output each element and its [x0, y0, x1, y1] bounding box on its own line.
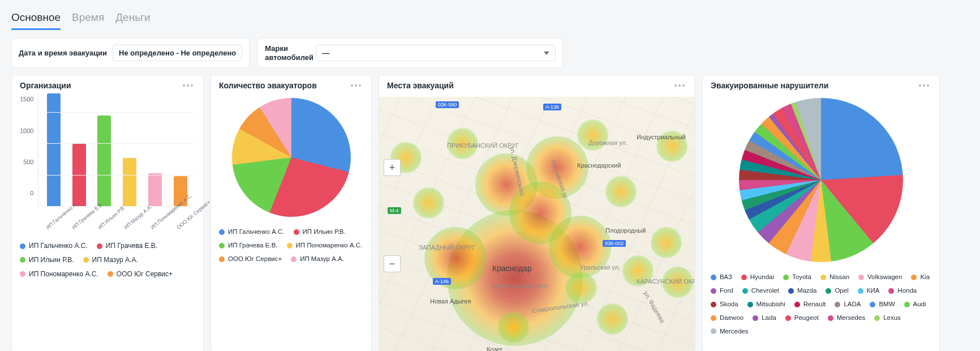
legend-item[interactable]: Lexus	[874, 312, 901, 324]
places-heatmap[interactable]: + − Краснодар ПРИКУБАНСКИЙ ОКРУГ ЗАПАДНЫ…	[379, 97, 695, 351]
map-district-label: ЦЕНТРАЛЬНЫЙ ОКРУГ	[492, 284, 549, 289]
card-towtrucks: Количество эвакуаторов ИП Гальченко А.С.…	[210, 75, 372, 351]
legend-swatch	[741, 275, 747, 280]
legend-label: Renault	[803, 298, 826, 311]
legend-item[interactable]: Ford	[711, 285, 733, 297]
map-zoom-out-button[interactable]: −	[384, 255, 401, 272]
legend-swatch	[904, 302, 910, 307]
filter-brands-select[interactable]: —	[322, 49, 329, 57]
road-shield: М-4	[388, 207, 401, 214]
card-places-menu[interactable]	[672, 82, 687, 89]
legend-item[interactable]: ИП Гальченко А.С.	[20, 239, 88, 252]
legend-label: ИП Грачева Е.В.	[228, 239, 278, 252]
legend-item[interactable]: ООО Юг Сервис+	[108, 268, 173, 281]
filter-date: Дата и время эвакуации Не определено - Н…	[11, 38, 250, 68]
legend-swatch	[294, 229, 299, 235]
bar[interactable]	[123, 158, 136, 207]
legend-swatch	[711, 302, 716, 307]
legend-item[interactable]: КИА	[858, 285, 880, 297]
tabs: Основное Время Деньги	[11, 9, 969, 30]
legend-item[interactable]: Nissan	[820, 271, 849, 284]
legend-item[interactable]: Kia	[911, 271, 930, 284]
legend-item[interactable]: ИП Гальченко А.С.	[219, 226, 285, 238]
legend-label: ООО Юг Сервис+	[228, 253, 282, 266]
legend-item[interactable]: Hyundai	[741, 271, 774, 284]
legend-label: Mersedes	[837, 312, 866, 324]
violators-pie-chart	[739, 98, 903, 262]
legend-item[interactable]: Audi	[904, 298, 926, 311]
legend-item[interactable]: Chevrolet	[742, 285, 779, 297]
tab-money[interactable]: Деньги	[115, 9, 150, 30]
legend-label: ИП Ильин Р.В.	[29, 254, 74, 267]
road-shield: А-146	[433, 278, 451, 285]
legend-item[interactable]: Mitsubishi	[747, 298, 785, 311]
legend-item[interactable]: Peugeot	[785, 312, 819, 324]
legend-label: Volkswagen	[867, 271, 902, 284]
legend-label: КИА	[867, 285, 880, 297]
legend-swatch	[711, 288, 716, 294]
road-shield: А-136	[543, 104, 561, 110]
legend-item[interactable]: Mazda	[788, 285, 817, 297]
legend-swatch	[97, 243, 102, 249]
legend-swatch	[291, 256, 296, 262]
card-violators-menu[interactable]	[917, 82, 931, 89]
chevron-down-icon	[544, 52, 549, 55]
card-orgs-menu[interactable]	[180, 82, 195, 89]
legend-item[interactable]: ИП Пономаренко А.С.	[20, 268, 98, 281]
legend-item[interactable]: ИП Пономаренко А.С.	[287, 239, 363, 252]
legend-swatch	[20, 257, 25, 263]
legend-item[interactable]: Mercedes	[711, 326, 749, 338]
dashboard-grid: Организации 150010005000 ИП Гальченко А……	[11, 75, 969, 351]
legend-label: Daewoo	[720, 312, 743, 324]
card-towtrucks-title: Количество эвакуаторов	[219, 81, 317, 90]
legend-swatch	[826, 288, 831, 294]
bar[interactable]	[47, 93, 61, 207]
map-place-label: Козет	[487, 346, 502, 351]
card-orgs-title: Организации	[20, 81, 71, 90]
legend-swatch	[742, 288, 748, 294]
legend-item[interactable]: Renault	[794, 298, 826, 311]
legend-item[interactable]: ООО Юг Сервис+	[219, 253, 282, 266]
legend-swatch	[785, 315, 791, 321]
legend-item[interactable]: Mersedes	[828, 312, 866, 324]
tab-main[interactable]: Основное	[11, 9, 61, 30]
legend-item[interactable]: Volkswagen	[858, 271, 902, 284]
card-towtrucks-menu[interactable]	[349, 82, 363, 89]
legend-label: Opel	[835, 285, 848, 297]
legend-item[interactable]: ИП Мазур А.А.	[83, 254, 138, 267]
legend-item[interactable]: ИП Ильин Р.В.	[20, 254, 74, 267]
x-axis-label: ИП Грачева Е.В.	[71, 210, 93, 230]
bar[interactable]	[148, 173, 162, 207]
legend-swatch	[828, 315, 833, 321]
tab-time[interactable]: Время	[72, 9, 104, 30]
filter-brands: Марки автомобилей —	[257, 38, 563, 68]
legend-item[interactable]: Daewoo	[711, 312, 743, 324]
legend-swatch	[747, 302, 753, 307]
map-place-label: Плодородный	[605, 227, 646, 234]
legend-swatch	[888, 288, 894, 294]
legend-item[interactable]: Toyota	[783, 271, 811, 284]
legend-item[interactable]: ИП Грачева Е.В.	[219, 239, 278, 252]
legend-swatch	[794, 302, 800, 307]
map-zoom-in-button[interactable]: +	[384, 159, 401, 176]
legend-label: ИП Мазур А.А.	[300, 253, 344, 266]
x-axis-label: ИП Мазур А.А.	[123, 210, 146, 230]
bar[interactable]	[97, 115, 111, 207]
legend-item[interactable]: Skoda	[711, 298, 738, 311]
legend-swatch	[870, 302, 875, 307]
legend-label: Chevrolet	[751, 285, 779, 297]
filter-date-input[interactable]: Не определено - Не определено	[113, 45, 242, 61]
legend-item[interactable]: Lada	[753, 312, 776, 324]
x-axis-label: ИП Гальченко А…	[45, 210, 67, 230]
legend-swatch	[219, 256, 225, 262]
legend-item[interactable]: ИП Ильин Р.В.	[294, 226, 346, 238]
legend-item[interactable]: Honda	[888, 285, 917, 297]
legend-item[interactable]: BMW	[870, 298, 895, 311]
legend-item[interactable]: LADA	[835, 298, 861, 311]
legend-item[interactable]: ИП Грачева Е.В.	[97, 239, 157, 252]
x-axis-label: ООО Юг Сервис+	[175, 210, 198, 230]
legend-item[interactable]: ВАЗ	[711, 271, 732, 284]
legend-item[interactable]: Opel	[826, 285, 848, 297]
legend-label: ИП Пономаренко А.С.	[29, 268, 98, 281]
legend-item[interactable]: ИП Мазур А.А.	[291, 253, 344, 266]
